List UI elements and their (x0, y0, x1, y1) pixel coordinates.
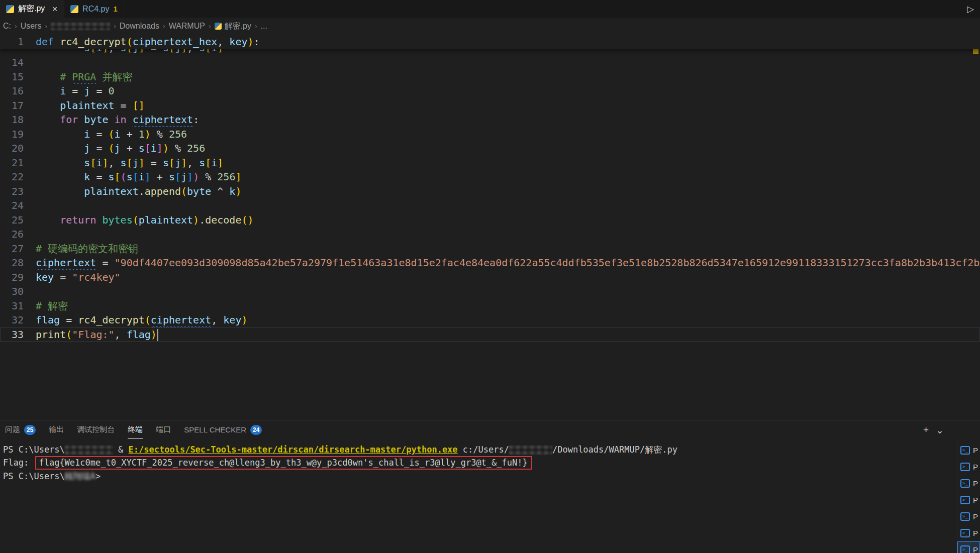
terminal-list-item[interactable]: >_P (957, 459, 980, 475)
run-file-icon[interactable]: ▷ (964, 4, 977, 15)
code-token: ] (102, 157, 108, 169)
code-line[interactable]: 33print("Flag:", flag) (0, 327, 980, 342)
code-line[interactable]: 1def rc4_decrypt(ciphertext_hex, key): (0, 34, 980, 49)
code-token: s (199, 49, 205, 54)
count-badge: 25 (24, 425, 36, 435)
code-token: j (84, 142, 90, 154)
line-number[interactable]: 18 (0, 113, 24, 127)
line-number[interactable]: 28 (0, 256, 24, 270)
code-line[interactable]: 23 plaintext.append(byte ^ k) (0, 184, 980, 199)
new-terminal-button[interactable]: + (923, 424, 929, 435)
code-line[interactable]: 16 i = j = 0 (0, 84, 980, 98)
code-token (113, 445, 118, 455)
code-token (36, 142, 84, 154)
code-token (36, 171, 84, 183)
line-number[interactable]: 31 (0, 299, 24, 313)
code-text: def rc4_decrypt(ciphertext_hex, key): (24, 34, 980, 49)
code-token: s (139, 142, 145, 154)
line-number[interactable]: 17 (0, 98, 24, 113)
count-badge: 24 (250, 425, 262, 435)
tab-rc4-py[interactable]: RC4.py 1 (64, 0, 124, 18)
code-line[interactable]: s[i], s[j] = s[j], s[i] (0, 49, 980, 55)
code-line[interactable]: 26 (0, 227, 980, 242)
code-line[interactable]: 29key = "rc4key" (0, 270, 980, 285)
line-number[interactable]: 15 (0, 70, 24, 84)
line-number[interactable]: 30 (0, 284, 24, 299)
code-token[interactable]: E:/sectools/Sec-Tools-master/dirscan/dir… (129, 445, 458, 455)
terminal-output[interactable]: PS C:\Users\ & E:/sectools/Sec-Tools-mas… (0, 439, 980, 483)
code-line[interactable]: 18 for byte in ciphertext: (0, 113, 980, 127)
line-number[interactable]: 14 (0, 55, 24, 70)
line-number[interactable] (0, 49, 24, 55)
line-number[interactable]: 32 (0, 313, 24, 327)
breadcrumb-symbol-more[interactable]: ... (261, 22, 267, 31)
code-line[interactable]: 19 i = (i + 1) % 256 (0, 127, 980, 142)
code-token: ( (109, 142, 115, 154)
code-line[interactable]: 31# 解密 (0, 299, 980, 313)
code-token: k (229, 185, 235, 197)
code-line[interactable]: 22 k = s[(s[i] + s[j]) % 256] (0, 170, 980, 184)
code-text: i = (i + 1) % 256 (24, 127, 980, 142)
code-line[interactable]: 21 s[i], s[j] = s[j], s[i] (0, 156, 980, 170)
panel-tab-终端[interactable]: 终端 (128, 421, 143, 439)
code-line[interactable]: 17 plaintext = [] (0, 98, 980, 113)
breadcrumb-downloads[interactable]: Downloads (120, 22, 159, 31)
tab-label: 解密.py (18, 4, 45, 14)
line-number[interactable]: 33 (0, 327, 24, 342)
code-token: ] (139, 49, 145, 54)
line-number[interactable]: 23 (0, 184, 24, 199)
close-icon[interactable]: ✕ (52, 5, 58, 13)
code-line[interactable]: 25 return bytes(plaintext).decode() (0, 213, 980, 228)
code-token: [ (145, 142, 151, 154)
panel-tab-输出[interactable]: 输出 (49, 421, 64, 439)
python-file-icon (6, 5, 14, 13)
terminal-line: Flag: flag{We1c0me_t0_XYCTF_2025_reverse… (3, 456, 980, 470)
line-number[interactable]: 20 (0, 141, 24, 156)
terminal-list-item[interactable]: >_P (957, 475, 980, 492)
breadcrumb-users[interactable]: Users (21, 22, 42, 31)
terminal-list-item[interactable]: >_P (957, 508, 980, 525)
panel-tab-label: 调试控制台 (77, 425, 115, 434)
line-number[interactable]: 22 (0, 170, 24, 184)
code-line[interactable]: 14 (0, 55, 980, 70)
terminal-list-item[interactable]: >_P (957, 541, 980, 553)
breadcrumb-warmup[interactable]: WARMUP (169, 22, 205, 31)
code-line[interactable]: 30 (0, 284, 980, 299)
code-token: i (96, 49, 102, 54)
panel-tab-端口[interactable]: 端口 (156, 421, 171, 439)
code-editor[interactable]: 1def rc4_decrypt(ciphertext_hex, key): s… (0, 34, 980, 420)
breadcrumb-file[interactable]: 解密.py (215, 21, 251, 32)
powershell-terminal-icon: >_ (960, 463, 970, 471)
code-line[interactable]: 15 # PRGA 并解密 (0, 70, 980, 84)
breadcrumb-drive[interactable]: C: (3, 22, 11, 31)
panel-tab-问题[interactable]: 问题25 (5, 421, 36, 439)
code-line[interactable]: 27# 硬编码的密文和密钥 (0, 242, 980, 256)
code-token: j (133, 49, 139, 54)
terminal-list-item[interactable]: >_P (957, 442, 980, 459)
code-line[interactable]: 32flag = rc4_decrypt(ciphertext, key) (0, 313, 980, 327)
code-line[interactable]: 20 j = (j + s[i]) % 256 (0, 141, 980, 156)
line-number[interactable]: 24 (0, 198, 24, 213)
chevron-down-icon[interactable]: ⌄ (936, 424, 944, 436)
panel-tab-SPELL CHECKER[interactable]: SPELL CHECKER24 (184, 421, 262, 439)
line-number[interactable]: 16 (0, 84, 24, 98)
panel-tab-调试控制台[interactable]: 调试控制台 (77, 421, 115, 439)
line-number[interactable]: 26 (0, 227, 24, 242)
code-text: # 解密 (24, 299, 980, 313)
sticky-scroll-line[interactable]: 1def rc4_decrypt(ciphertext_hex, key): (0, 34, 980, 49)
line-number[interactable]: 25 (0, 213, 24, 228)
code-token: i (211, 157, 217, 169)
terminal-list-item[interactable]: >_P (957, 525, 980, 541)
censored-username (51, 23, 110, 30)
line-number[interactable]: 1 (0, 34, 24, 49)
line-number[interactable]: 21 (0, 156, 24, 170)
line-number[interactable]: 29 (0, 270, 24, 285)
tab-decrypt-py[interactable]: 解密.py ✕ (0, 0, 64, 18)
terminal-list-item[interactable]: >_P (957, 492, 980, 508)
code-line[interactable]: 28ciphertext = "90df4407ee093d309098d85a… (0, 256, 980, 270)
powershell-terminal-icon: >_ (960, 446, 970, 455)
code-line[interactable]: 24 (0, 198, 980, 213)
line-number[interactable]: 19 (0, 127, 24, 142)
line-number[interactable]: 27 (0, 242, 24, 256)
code-token: in (115, 114, 127, 126)
